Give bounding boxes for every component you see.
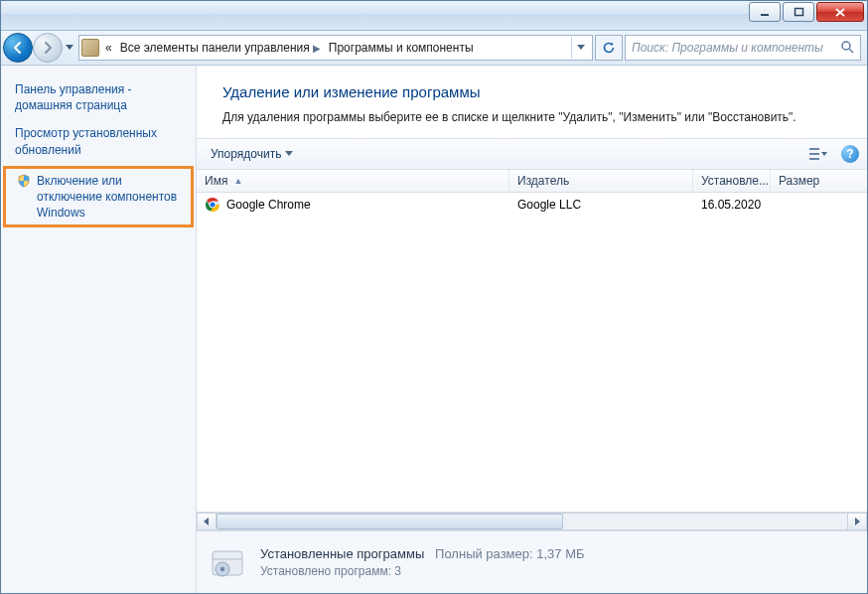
column-label: Размер xyxy=(779,174,819,188)
details-pane: Установленные программы Полный размер: 1… xyxy=(197,530,867,593)
maximize-button[interactable] xyxy=(783,2,814,22)
sidebar-item-label: Панель управления - домашняя страница xyxy=(15,81,186,113)
search-icon xyxy=(840,40,856,56)
scroll-right-button[interactable] xyxy=(847,513,867,530)
search-input[interactable] xyxy=(630,40,840,56)
breadcrumb-level-2[interactable]: Программы и компоненты xyxy=(327,41,476,55)
table-row[interactable]: Google Chrome Google LLC 16.05.2020 xyxy=(197,193,867,217)
sidebar-item-windows-features[interactable]: Включение или отключение компонентов Win… xyxy=(3,166,194,228)
details-text: Установленные программы Полный размер: 1… xyxy=(260,545,585,580)
svg-point-8 xyxy=(211,203,216,208)
svg-rect-4 xyxy=(809,153,819,155)
control-panel-window: « Все элементы панели управления ▶ Прогр… xyxy=(0,0,868,594)
horizontal-scrollbar[interactable] xyxy=(197,512,867,530)
scroll-left-button[interactable] xyxy=(197,513,217,530)
column-label: Установле... xyxy=(701,174,769,188)
minimize-button[interactable] xyxy=(749,2,781,22)
address-dropdown[interactable] xyxy=(571,37,590,59)
close-button[interactable] xyxy=(816,2,864,22)
details-total-label: Полный размер: xyxy=(435,546,533,561)
details-count: 3 xyxy=(394,564,401,578)
shield-icon xyxy=(17,174,31,188)
list-rows: Google Chrome Google LLC 16.05.2020 xyxy=(197,193,867,512)
organize-label: Упорядочить xyxy=(211,147,281,161)
cell-installed: 16.05.2020 xyxy=(701,198,761,212)
details-count-label: Установлено программ: xyxy=(260,564,391,578)
content-header: Удаление или изменение программы Для уда… xyxy=(197,66,867,138)
sidebar: Панель управления - домашняя страница Пр… xyxy=(1,66,197,593)
breadcrumb-level-1[interactable]: Все элементы панели управления ▶ xyxy=(118,41,323,55)
content-pane: Удаление или изменение программы Для уда… xyxy=(197,66,867,593)
column-header-row: Имя ▲ Издатель Установле... Размер xyxy=(197,170,867,193)
svg-rect-3 xyxy=(809,148,819,150)
breadcrumb-label: Все элементы панели управления xyxy=(120,41,310,55)
help-button[interactable]: ? xyxy=(841,145,859,163)
column-label: Издатель xyxy=(517,174,569,188)
history-dropdown[interactable] xyxy=(63,34,76,62)
svg-point-2 xyxy=(842,42,850,50)
nav-buttons xyxy=(3,33,76,63)
chevron-right-icon: ▶ xyxy=(313,43,321,54)
sidebar-item-control-panel-home[interactable]: Панель управления - домашняя страница xyxy=(1,75,196,119)
refresh-button[interactable] xyxy=(595,35,623,61)
page-title: Удаление или изменение программы xyxy=(222,83,841,100)
programs-box-icon xyxy=(207,541,248,583)
sidebar-item-label: Просмотр установленных обновлений xyxy=(15,125,186,157)
column-header-installed[interactable]: Установле... xyxy=(693,170,771,192)
details-total-size: 1,37 МБ xyxy=(536,546,584,561)
sort-ascending-icon: ▲ xyxy=(233,176,242,186)
scroll-thumb[interactable] xyxy=(217,514,563,529)
search-box[interactable] xyxy=(625,35,861,61)
column-label: Имя xyxy=(205,174,227,188)
sidebar-item-view-updates[interactable]: Просмотр установленных обновлений xyxy=(1,119,196,163)
svg-rect-0 xyxy=(761,14,769,16)
column-header-size[interactable]: Размер xyxy=(771,170,867,192)
svg-rect-1 xyxy=(795,8,802,15)
svg-point-11 xyxy=(220,567,224,571)
view-options-button[interactable] xyxy=(803,143,833,165)
svg-rect-5 xyxy=(809,158,819,160)
location-icon xyxy=(81,39,99,57)
chevron-down-icon xyxy=(285,151,293,157)
toolbar: Упорядочить ? xyxy=(197,138,867,170)
cell-name: Google Chrome xyxy=(226,198,311,212)
forward-button[interactable] xyxy=(33,33,63,63)
organize-menu[interactable]: Упорядочить xyxy=(205,145,299,163)
address-bar[interactable]: « Все элементы панели управления ▶ Прогр… xyxy=(78,35,593,61)
column-header-name[interactable]: Имя ▲ xyxy=(197,170,509,192)
programs-list: Имя ▲ Издатель Установле... Размер xyxy=(197,170,867,530)
breadcrumb-chevrons[interactable]: « xyxy=(103,41,114,55)
page-description: Для удаления программы выберите ее в спи… xyxy=(222,110,841,124)
details-title: Установленные программы xyxy=(260,546,424,561)
scroll-track[interactable] xyxy=(217,513,847,530)
column-header-publisher[interactable]: Издатель xyxy=(509,170,693,192)
chrome-icon xyxy=(205,197,220,213)
cell-publisher: Google LLC xyxy=(517,198,581,212)
window-titlebar xyxy=(1,1,867,31)
sidebar-item-label: Включение или отключение компонентов Win… xyxy=(37,173,184,222)
back-button[interactable] xyxy=(3,33,33,63)
nav-row: « Все элементы панели управления ▶ Прогр… xyxy=(1,31,867,66)
breadcrumb-label: Программы и компоненты xyxy=(329,41,474,55)
body: Панель управления - домашняя страница Пр… xyxy=(1,66,867,593)
